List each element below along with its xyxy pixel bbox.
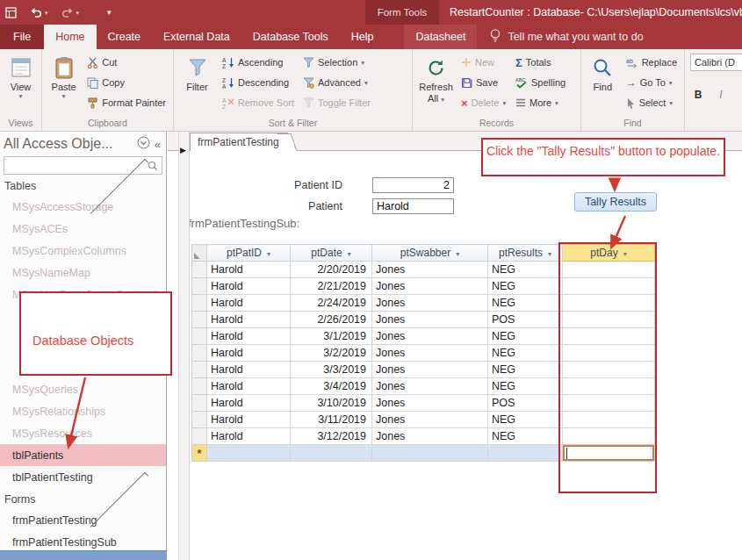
datasheet-cell[interactable]: Jones xyxy=(372,378,488,395)
datasheet-cell[interactable]: NEG xyxy=(488,295,563,312)
tab-external-data[interactable]: External Data xyxy=(152,25,241,49)
column-header-ptSwabber[interactable]: ptSwabber▾ xyxy=(372,245,488,262)
new-record-button[interactable]: New xyxy=(458,54,509,71)
datasheet-cell[interactable]: NEG xyxy=(488,378,563,395)
datasheet-cell[interactable] xyxy=(563,428,655,445)
totals-button[interactable]: Σ Totals xyxy=(513,54,568,71)
datasheet-cell[interactable]: NEG xyxy=(488,262,563,278)
datasheet-cell[interactable]: Harold xyxy=(207,345,291,362)
goto-button[interactable]: → Go To ▾ xyxy=(623,74,680,91)
tab-database-tools[interactable]: Database Tools xyxy=(241,25,340,49)
datasheet-cell[interactable] xyxy=(291,445,372,462)
datasheet-cell[interactable] xyxy=(563,412,655,428)
nav-item-table[interactable]: MSysNameMap xyxy=(0,262,166,284)
select-button[interactable]: Select ▾ xyxy=(623,94,680,111)
more-button[interactable]: More ▾ xyxy=(513,94,568,111)
tab-home[interactable]: Home xyxy=(44,25,96,49)
italic-button[interactable]: I xyxy=(713,87,729,103)
datasheet-cell[interactable]: 2/26/2019 xyxy=(291,312,372,328)
row-selector[interactable] xyxy=(192,378,207,395)
datasheet-cell[interactable]: Jones xyxy=(372,428,488,445)
datasheet-cell[interactable]: Jones xyxy=(372,295,488,312)
datasheet-cell[interactable]: NEG xyxy=(488,412,563,428)
datasheet-cell[interactable]: Harold xyxy=(207,312,291,328)
row-selector[interactable] xyxy=(192,262,207,278)
replace-button[interactable]: ab Replace xyxy=(623,54,680,71)
datasheet-cell[interactable]: Harold xyxy=(207,378,291,395)
nav-item-tblPatients[interactable]: tblPatients xyxy=(0,444,166,466)
datasheet-cell[interactable]: 3/4/2019 xyxy=(291,378,372,395)
column-header-ptDate[interactable]: ptDate▾ xyxy=(291,245,372,262)
datasheet-cell[interactable]: POS xyxy=(488,312,563,328)
row-selector[interactable] xyxy=(192,345,207,362)
datasheet-cell[interactable] xyxy=(372,445,488,462)
font-name-combo[interactable]: Calibri (D xyxy=(690,54,742,71)
column-header-ptPatID[interactable]: ptPatID▾ xyxy=(207,245,291,262)
datasheet-cell[interactable] xyxy=(563,262,655,278)
datasheet-cell[interactable] xyxy=(563,345,655,362)
datasheet-cell[interactable]: NEG xyxy=(488,278,563,295)
nav-search-input[interactable] xyxy=(4,157,148,174)
patient-field[interactable]: Harold xyxy=(372,198,454,214)
datasheet-cell[interactable] xyxy=(563,312,655,328)
datasheet-cell[interactable]: Harold xyxy=(207,328,291,345)
nav-item-table[interactable]: MSysResources xyxy=(0,422,166,444)
nav-group-tables[interactable]: Tables xyxy=(0,176,166,196)
shutter-bar-close-icon[interactable]: « xyxy=(155,138,161,151)
selection-button[interactable]: Selection ▾ xyxy=(300,54,373,71)
datasheet-cell[interactable]: Harold xyxy=(207,295,291,312)
nav-item-table[interactable]: MSysQueries xyxy=(0,378,166,400)
column-header-ptDay[interactable]: ptDay▾ xyxy=(563,245,655,262)
column-dropdown-icon[interactable]: ▾ xyxy=(548,250,551,258)
spelling-button[interactable]: ABC Spelling xyxy=(513,74,568,91)
datasheet-cell[interactable]: Harold xyxy=(207,362,291,378)
select-all-corner[interactable] xyxy=(192,245,207,262)
row-selector[interactable] xyxy=(192,428,207,445)
nav-menu-icon[interactable] xyxy=(137,136,150,152)
datasheet-cell[interactable] xyxy=(207,445,291,462)
datasheet-cell[interactable]: 3/12/2019 xyxy=(291,428,372,445)
datasheet-cell[interactable] xyxy=(563,362,655,378)
datasheet-cell[interactable]: 3/1/2019 xyxy=(291,328,372,345)
nav-item-table[interactable]: MSysRelationships xyxy=(0,400,166,422)
column-dropdown-icon[interactable]: ▾ xyxy=(456,250,459,258)
datasheet-cell[interactable]: 3/2/2019 xyxy=(291,345,372,362)
copy-button[interactable]: Copy xyxy=(84,74,169,91)
datasheet-cell[interactable]: Jones xyxy=(372,395,488,412)
customize-qat-button[interactable]: ▾ xyxy=(107,8,112,17)
advanced-button[interactable]: Advanced ▾ xyxy=(300,74,373,91)
tab-help[interactable]: Help xyxy=(340,25,385,49)
view-button[interactable]: View ▾ xyxy=(3,52,39,117)
datasheet-cell[interactable]: Harold xyxy=(207,262,291,278)
datasheet-cell[interactable]: Jones xyxy=(372,362,488,378)
datasheet-cell[interactable]: Jones xyxy=(372,345,488,362)
datasheet-cell[interactable]: NEG xyxy=(488,362,563,378)
document-tab-frmPatientTesting[interactable]: frmPatientTesting xyxy=(190,133,288,151)
nav-item-table[interactable]: MSysACEs xyxy=(0,218,166,240)
row-selector[interactable] xyxy=(192,412,207,428)
delete-button[interactable]: × Delete ▾ xyxy=(458,94,509,111)
datasheet-cell[interactable]: 2/24/2019 xyxy=(291,295,372,312)
column-dropdown-icon[interactable]: ▾ xyxy=(623,250,627,258)
datasheet-cell[interactable]: 3/10/2019 xyxy=(291,395,372,412)
datasheet-cell[interactable]: POS xyxy=(488,395,563,412)
tell-me-box[interactable]: Tell me what you want to do xyxy=(489,25,643,49)
ascending-button[interactable]: AZ Ascending xyxy=(220,54,297,71)
datasheet-cell[interactable] xyxy=(563,278,655,295)
datasheet-cell[interactable]: 2/21/2019 xyxy=(291,278,372,295)
datasheet-cell[interactable]: Harold xyxy=(207,412,291,428)
toggle-filter-button[interactable]: Toggle Filter xyxy=(300,94,373,111)
datasheet-cell[interactable]: NEG xyxy=(488,428,563,445)
row-selector[interactable] xyxy=(192,395,207,412)
datasheet-cell[interactable]: 3/3/2019 xyxy=(291,362,372,378)
form-record-selector-bar[interactable]: ▶ xyxy=(178,132,190,560)
undo-button[interactable]: ▾ xyxy=(29,7,48,18)
cut-button[interactable]: Cut xyxy=(84,54,169,71)
row-selector[interactable] xyxy=(192,295,207,312)
row-selector[interactable] xyxy=(192,328,207,345)
bold-button[interactable]: B xyxy=(690,87,706,103)
datasheet-cell[interactable]: Harold xyxy=(207,428,291,445)
datasheet-cell[interactable]: NEG xyxy=(488,345,563,362)
datasheet-cell[interactable]: Jones xyxy=(372,262,488,278)
row-selector[interactable] xyxy=(192,362,207,378)
